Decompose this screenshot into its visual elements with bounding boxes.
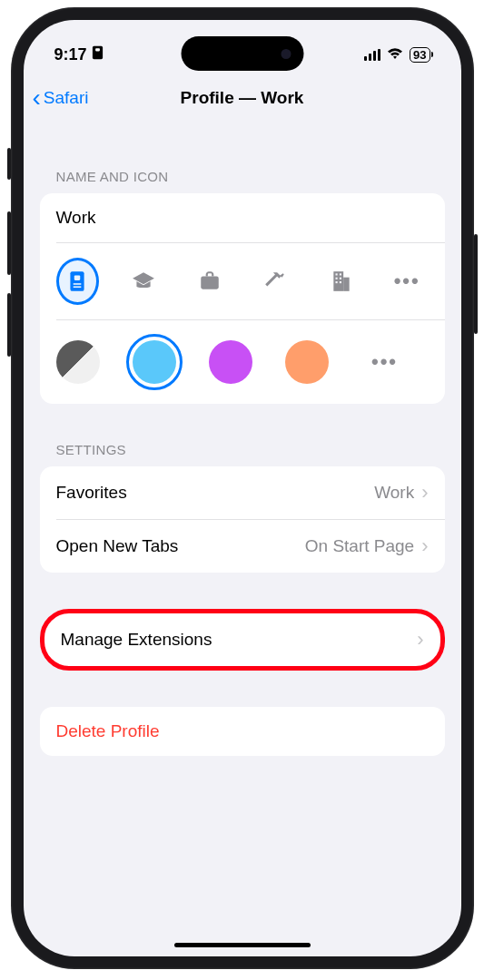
delete-profile-label: Delete Profile: [56, 721, 160, 740]
delete-profile-button[interactable]: Delete Profile: [40, 707, 445, 756]
camera-dot: [281, 49, 291, 59]
svg-rect-5: [74, 286, 82, 288]
section-header-settings: SETTINGS: [40, 404, 445, 466]
svg-rect-10: [339, 273, 341, 275]
manage-extensions-row[interactable]: Manage Extensions ›: [44, 613, 440, 666]
svg-rect-6: [201, 277, 219, 289]
color-picker: •••: [40, 320, 445, 404]
svg-rect-11: [335, 278, 337, 279]
profile-name-row[interactable]: Work: [40, 193, 445, 242]
color-option-bw[interactable]: [56, 340, 100, 384]
chevron-right-icon: ›: [417, 628, 423, 652]
favorites-value: Work: [374, 483, 414, 503]
svg-rect-14: [339, 281, 341, 283]
wifi-icon: [386, 45, 404, 64]
open-new-tabs-value: On Start Page: [305, 536, 414, 556]
volume-down: [7, 293, 11, 357]
svg-rect-1: [95, 48, 100, 51]
color-option-purple[interactable]: [209, 340, 252, 384]
phone-frame: 9:17 93 ‹ Safari: [11, 7, 474, 969]
svg-rect-9: [335, 273, 337, 275]
icon-option-hammer[interactable]: [254, 258, 297, 305]
svg-rect-3: [74, 276, 81, 280]
svg-rect-2: [71, 271, 84, 291]
back-label: Safari: [44, 88, 89, 108]
power-button: [474, 234, 478, 334]
chevron-left-icon: ‹: [33, 85, 41, 111]
color-option-more[interactable]: •••: [361, 338, 409, 386]
open-new-tabs-label: Open New Tabs: [56, 536, 179, 556]
icon-option-briefcase[interactable]: [188, 258, 231, 305]
svg-rect-8: [343, 278, 350, 291]
id-card-status-icon: [92, 45, 104, 64]
dynamic-island: [181, 36, 303, 71]
color-option-orange[interactable]: [285, 340, 329, 384]
back-button[interactable]: ‹ Safari: [33, 85, 89, 111]
svg-rect-12: [339, 278, 341, 279]
status-time: 9:17: [54, 45, 87, 64]
icon-option-id-card[interactable]: [56, 258, 99, 305]
home-indicator[interactable]: [174, 943, 311, 947]
card-settings: Favorites Work › Open New Tabs On Start …: [40, 466, 445, 573]
favorites-row[interactable]: Favorites Work ›: [40, 466, 445, 519]
volume-up: [7, 211, 11, 275]
card-delete-profile: Delete Profile: [40, 707, 445, 756]
battery-indicator: 93: [410, 47, 430, 63]
chevron-right-icon: ›: [421, 534, 428, 558]
more-icon: •••: [394, 270, 420, 293]
icon-option-more[interactable]: •••: [386, 258, 429, 305]
icon-option-building[interactable]: [320, 258, 362, 305]
nav-bar: ‹ Safari Profile — Work: [24, 73, 461, 123]
card-manage-extensions: Manage Extensions ›: [40, 609, 445, 671]
screen: 9:17 93 ‹ Safari: [24, 20, 461, 956]
icon-picker: •••: [40, 243, 445, 319]
color-option-cyan[interactable]: [133, 340, 176, 384]
mute-switch: [7, 148, 11, 180]
manage-extensions-label: Manage Extensions: [61, 630, 212, 650]
section-header-name-icon: NAME AND ICON: [40, 123, 445, 193]
favorites-label: Favorites: [56, 483, 127, 503]
more-icon: •••: [371, 350, 398, 374]
cellular-signal-icon: [364, 49, 381, 61]
page-title: Profile — Work: [181, 88, 304, 108]
svg-rect-0: [92, 45, 102, 58]
svg-rect-13: [335, 281, 337, 283]
chevron-right-icon: ›: [421, 481, 428, 505]
icon-option-graduation-cap[interactable]: [123, 258, 165, 305]
svg-rect-4: [74, 283, 82, 285]
open-new-tabs-row[interactable]: Open New Tabs On Start Page ›: [40, 520, 445, 573]
profile-name: Work: [56, 208, 96, 228]
card-name-icon: Work: [40, 193, 445, 404]
svg-rect-7: [333, 271, 343, 291]
